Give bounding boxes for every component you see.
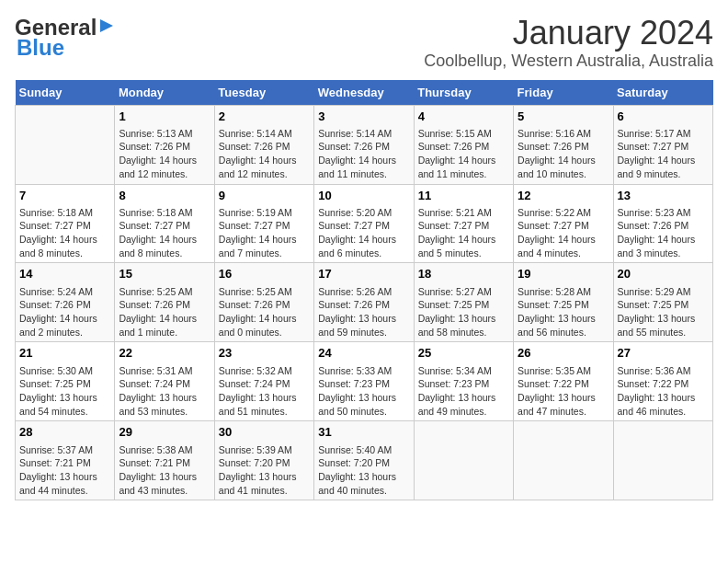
day-info: Sunrise: 5:22 AMSunset: 7:27 PMDaylight:… (518, 206, 609, 260)
day-number: 24 (318, 345, 409, 362)
day-info: Sunrise: 5:18 AMSunset: 7:27 PMDaylight:… (19, 206, 110, 260)
calendar-cell: 23Sunrise: 5:32 AMSunset: 7:24 PMDayligh… (214, 342, 313, 421)
page-header: General Blue January 2024 Coolbellup, We… (15, 15, 713, 71)
calendar-cell (514, 421, 613, 500)
calendar-cell: 10Sunrise: 5:20 AMSunset: 7:27 PMDayligh… (314, 184, 414, 263)
day-number: 14 (19, 266, 110, 282)
calendar-cell (613, 421, 712, 500)
day-number: 28 (19, 424, 110, 441)
calendar-cell: 6Sunrise: 5:17 AMSunset: 7:27 PMDaylight… (613, 105, 712, 184)
page-title: January 2024 (424, 15, 713, 52)
day-number: 31 (318, 424, 409, 441)
calendar-cell: 2Sunrise: 5:14 AMSunset: 7:26 PMDaylight… (214, 105, 313, 184)
day-info: Sunrise: 5:14 AMSunset: 7:26 PMDaylight:… (219, 127, 310, 181)
calendar-cell: 11Sunrise: 5:21 AMSunset: 7:27 PMDayligh… (414, 184, 513, 263)
day-number: 30 (219, 424, 310, 441)
day-number: 19 (518, 266, 609, 282)
calendar-body: 1Sunrise: 5:13 AMSunset: 7:26 PMDaylight… (16, 105, 713, 500)
calendar-cell: 14Sunrise: 5:24 AMSunset: 7:26 PMDayligh… (16, 263, 115, 342)
day-number: 29 (119, 424, 210, 441)
calendar-cell: 1Sunrise: 5:13 AMSunset: 7:26 PMDaylight… (115, 105, 214, 184)
day-info: Sunrise: 5:39 AMSunset: 7:20 PMDaylight:… (219, 443, 310, 498)
calendar-cell: 26Sunrise: 5:35 AMSunset: 7:22 PMDayligh… (514, 342, 613, 421)
day-number: 1 (119, 109, 210, 125)
header-saturday: Saturday (613, 80, 712, 106)
day-number: 11 (418, 188, 509, 204)
calendar-cell: 8Sunrise: 5:18 AMSunset: 7:27 PMDaylight… (115, 184, 214, 263)
day-number: 16 (219, 266, 310, 282)
header-tuesday: Tuesday (214, 80, 313, 106)
calendar-cell (16, 105, 115, 184)
day-number: 17 (318, 266, 409, 282)
day-number: 7 (19, 188, 110, 204)
day-number: 27 (618, 345, 709, 362)
day-info: Sunrise: 5:31 AMSunset: 7:24 PMDaylight:… (119, 364, 210, 419)
logo: General Blue (15, 15, 115, 61)
day-info: Sunrise: 5:25 AMSunset: 7:26 PMDaylight:… (119, 285, 210, 339)
calendar-cell: 21Sunrise: 5:30 AMSunset: 7:25 PMDayligh… (16, 342, 115, 421)
day-info: Sunrise: 5:25 AMSunset: 7:26 PMDaylight:… (219, 285, 310, 339)
calendar-cell: 28Sunrise: 5:37 AMSunset: 7:21 PMDayligh… (16, 421, 115, 500)
calendar-cell: 18Sunrise: 5:27 AMSunset: 7:25 PMDayligh… (414, 263, 513, 342)
calendar-cell: 25Sunrise: 5:34 AMSunset: 7:23 PMDayligh… (414, 342, 513, 421)
calendar-cell: 5Sunrise: 5:16 AMSunset: 7:26 PMDaylight… (514, 105, 613, 184)
day-info: Sunrise: 5:14 AMSunset: 7:26 PMDaylight:… (318, 127, 409, 181)
calendar-cell: 27Sunrise: 5:36 AMSunset: 7:22 PMDayligh… (613, 342, 712, 421)
header-thursday: Thursday (414, 80, 513, 106)
day-number: 25 (418, 345, 509, 362)
calendar-cell: 15Sunrise: 5:25 AMSunset: 7:26 PMDayligh… (115, 263, 214, 342)
day-number: 6 (618, 109, 709, 125)
day-info: Sunrise: 5:23 AMSunset: 7:26 PMDaylight:… (618, 206, 709, 260)
day-number: 4 (418, 109, 509, 125)
day-number: 12 (518, 188, 609, 204)
calendar-table: SundayMondayTuesdayWednesdayThursdayFrid… (15, 80, 713, 501)
calendar-cell: 20Sunrise: 5:29 AMSunset: 7:25 PMDayligh… (613, 263, 712, 342)
day-info: Sunrise: 5:33 AMSunset: 7:23 PMDaylight:… (318, 364, 409, 419)
calendar-cell: 7Sunrise: 5:18 AMSunset: 7:27 PMDaylight… (16, 184, 115, 263)
day-number: 18 (418, 266, 509, 282)
calendar-cell: 22Sunrise: 5:31 AMSunset: 7:24 PMDayligh… (115, 342, 214, 421)
calendar-week-2: 7Sunrise: 5:18 AMSunset: 7:27 PMDaylight… (16, 184, 713, 263)
day-info: Sunrise: 5:21 AMSunset: 7:27 PMDaylight:… (418, 206, 509, 260)
calendar-week-4: 21Sunrise: 5:30 AMSunset: 7:25 PMDayligh… (16, 342, 713, 421)
day-number: 5 (518, 109, 609, 125)
day-info: Sunrise: 5:30 AMSunset: 7:25 PMDaylight:… (19, 364, 110, 419)
day-info: Sunrise: 5:18 AMSunset: 7:27 PMDaylight:… (119, 206, 210, 260)
header-friday: Friday (514, 80, 613, 106)
day-info: Sunrise: 5:28 AMSunset: 7:25 PMDaylight:… (518, 285, 609, 339)
calendar-cell: 30Sunrise: 5:39 AMSunset: 7:20 PMDayligh… (214, 421, 313, 500)
day-info: Sunrise: 5:15 AMSunset: 7:26 PMDaylight:… (418, 127, 509, 181)
calendar-cell: 29Sunrise: 5:38 AMSunset: 7:21 PMDayligh… (115, 421, 214, 500)
day-number: 20 (618, 266, 709, 282)
day-info: Sunrise: 5:29 AMSunset: 7:25 PMDaylight:… (618, 285, 709, 339)
day-number: 13 (618, 188, 709, 204)
day-number: 3 (318, 109, 409, 125)
day-info: Sunrise: 5:38 AMSunset: 7:21 PMDaylight:… (119, 443, 210, 498)
page-subtitle: Coolbellup, Western Australia, Australia (424, 52, 713, 71)
header-wednesday: Wednesday (314, 80, 414, 106)
day-info: Sunrise: 5:13 AMSunset: 7:26 PMDaylight:… (119, 127, 210, 181)
day-number: 23 (219, 345, 310, 362)
day-info: Sunrise: 5:37 AMSunset: 7:21 PMDaylight:… (19, 443, 110, 498)
day-info: Sunrise: 5:17 AMSunset: 7:27 PMDaylight:… (618, 127, 709, 181)
day-info: Sunrise: 5:26 AMSunset: 7:26 PMDaylight:… (318, 285, 409, 339)
calendar-cell: 9Sunrise: 5:19 AMSunset: 7:27 PMDaylight… (214, 184, 313, 263)
day-number: 26 (518, 345, 609, 362)
day-info: Sunrise: 5:35 AMSunset: 7:22 PMDaylight:… (518, 364, 609, 419)
day-number: 9 (219, 188, 310, 204)
day-info: Sunrise: 5:19 AMSunset: 7:27 PMDaylight:… (219, 206, 310, 260)
logo-arrow-icon (98, 17, 115, 38)
calendar-cell (414, 421, 513, 500)
calendar-week-3: 14Sunrise: 5:24 AMSunset: 7:26 PMDayligh… (16, 263, 713, 342)
day-info: Sunrise: 5:24 AMSunset: 7:26 PMDaylight:… (19, 285, 110, 339)
calendar-cell: 19Sunrise: 5:28 AMSunset: 7:25 PMDayligh… (514, 263, 613, 342)
day-number: 15 (119, 266, 210, 282)
calendar-cell: 3Sunrise: 5:14 AMSunset: 7:26 PMDaylight… (314, 105, 414, 184)
calendar-cell: 31Sunrise: 5:40 AMSunset: 7:20 PMDayligh… (314, 421, 414, 500)
header-sunday: Sunday (16, 80, 115, 106)
day-number: 22 (119, 345, 210, 362)
calendar-cell: 12Sunrise: 5:22 AMSunset: 7:27 PMDayligh… (514, 184, 613, 263)
header-monday: Monday (115, 80, 214, 106)
day-info: Sunrise: 5:20 AMSunset: 7:27 PMDaylight:… (318, 206, 409, 260)
day-number: 2 (219, 109, 310, 125)
